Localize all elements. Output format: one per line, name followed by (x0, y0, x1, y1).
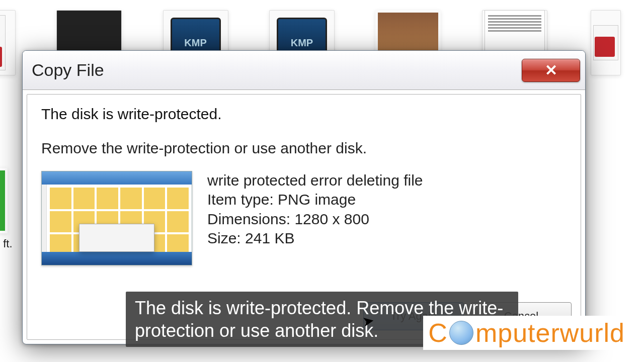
close-icon: ✕ (545, 61, 557, 79)
globe-icon (449, 321, 473, 345)
file-size: Size: 241 KB (207, 229, 423, 248)
watermark-logo: C mputerwurld (423, 316, 630, 350)
error-headline: The disk is write-protected. (41, 106, 567, 123)
bg-file-pdf[interactable]: bs (1 (0, 10, 21, 93)
logo-text: mputerwurld (475, 318, 625, 348)
file-type: Item type: PNG image (207, 190, 423, 209)
file-thumbnail (41, 171, 192, 265)
titlebar[interactable]: Copy File ✕ (23, 51, 585, 90)
logo-letter-c: C (428, 318, 447, 348)
dialog-title: Copy File (32, 60, 104, 80)
bg-label: ukra Sonu m ft. (0, 237, 13, 250)
bg-file-album-1[interactable]: ukra Sonu m ft. (0, 168, 15, 250)
error-subline: Remove the write-protection or use anoth… (41, 140, 567, 157)
file-name: write protected error deleting file (207, 171, 423, 190)
close-button[interactable]: ✕ (522, 59, 580, 82)
file-metadata: write protected error deleting file Item… (207, 171, 423, 248)
file-dimensions: Dimensions: 1280 x 800 (207, 210, 423, 229)
